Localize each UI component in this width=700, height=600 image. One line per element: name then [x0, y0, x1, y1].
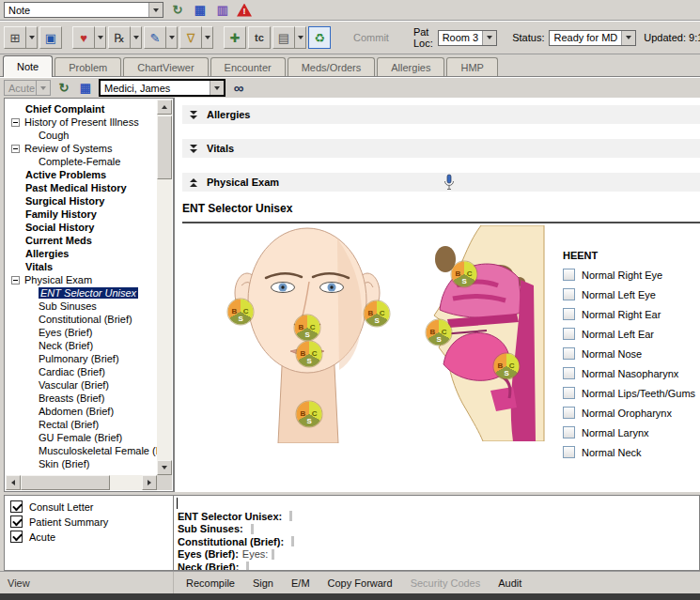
chevron-down-icon[interactable] — [36, 81, 50, 95]
field-mark[interactable] — [291, 536, 294, 546]
checkbox[interactable] — [10, 531, 23, 543]
scroll-right-icon[interactable] — [142, 475, 157, 490]
tree-item[interactable]: Past Medical History — [6, 181, 157, 194]
collapse-minus-icon[interactable] — [11, 118, 20, 127]
section-allergies[interactable]: Allergies — [182, 105, 700, 124]
marker-left-ear[interactable]: BCS — [365, 301, 390, 327]
status-combobox[interactable]: Ready for MD — [549, 30, 636, 46]
chevron-double-down-icon[interactable] — [190, 111, 197, 119]
output-check-row[interactable]: Acute — [10, 531, 173, 543]
marker-right-ear[interactable]: BCS — [228, 300, 254, 325]
action-button[interactable]: Copy Forward — [328, 577, 393, 589]
dropdown-arrow-icon[interactable] — [202, 26, 213, 49]
tree-item[interactable]: Musculoskeletal Female (Bri — [6, 444, 157, 457]
marker-nasopharynx[interactable]: BCS — [452, 262, 477, 287]
tree-item[interactable]: ENT Selector Unisex — [6, 286, 157, 300]
section-vitals[interactable]: Vitals — [182, 139, 700, 158]
microphone-icon[interactable] — [443, 174, 455, 191]
acuity-combobox[interactable]: Acute — [4, 80, 51, 96]
tab[interactable]: Meds/Orders — [288, 57, 376, 76]
marker-neck[interactable]: BCS — [297, 402, 322, 427]
checkbox[interactable] — [563, 328, 575, 340]
tree-item[interactable]: Rectal (Brief) — [6, 418, 157, 431]
tree-item[interactable]: Skin (Brief) — [6, 457, 157, 470]
checkbox[interactable] — [563, 446, 575, 458]
orders-funnel-button[interactable]: ∇ — [179, 26, 213, 49]
checkbox[interactable] — [563, 426, 575, 438]
heent-check-row[interactable]: Normal Right Ear — [563, 308, 700, 320]
book-icon[interactable]: ▥ — [214, 2, 231, 19]
chevron-down-icon[interactable] — [482, 31, 496, 45]
action-button[interactable]: Recompile — [186, 577, 235, 589]
heent-check-row[interactable]: Normal Lips/Teeth/Gums — [563, 387, 700, 399]
chevron-double-up-icon[interactable] — [190, 178, 197, 187]
tree-item[interactable]: Family History — [6, 208, 157, 221]
section-physical-exam[interactable]: Physical Exam — [182, 173, 700, 192]
tree-item[interactable]: Vascular (Brief) — [6, 378, 157, 392]
marker-nose[interactable]: BCS — [295, 315, 320, 341]
tree-item[interactable]: Pulmonary (Brief) — [6, 352, 157, 365]
tree-item[interactable]: Neck (Brief) — [6, 339, 157, 352]
tree-item[interactable]: Eyes (Brief) — [6, 326, 157, 339]
refresh-note-button[interactable]: ♻ — [308, 26, 331, 49]
tree-item[interactable]: Current Meds — [6, 234, 157, 247]
heent-check-row[interactable]: Normal Nose — [563, 347, 700, 360]
checkbox[interactable] — [563, 347, 575, 360]
action-button[interactable]: Audit — [498, 577, 521, 589]
commit-button[interactable]: Commit — [353, 32, 389, 43]
collapse-minus-icon[interactable] — [11, 145, 20, 153]
field-mark[interactable] — [251, 524, 254, 534]
tree-item[interactable]: Active Problems — [6, 168, 157, 181]
patient-combobox[interactable]: Medici, James — [99, 79, 226, 97]
tree-item[interactable]: Allergies — [6, 247, 157, 260]
tree-item[interactable]: Cough — [6, 129, 157, 142]
checkbox[interactable] — [563, 288, 575, 300]
field-mark[interactable] — [289, 511, 292, 521]
heent-check-row[interactable]: Normal Larynx — [563, 426, 700, 438]
prescription-button[interactable]: ℞ — [108, 26, 142, 49]
chevron-down-icon[interactable] — [210, 81, 224, 95]
refresh-patient-icon[interactable]: ↻ — [55, 80, 72, 97]
problem-list-button[interactable]: ✎ — [144, 26, 178, 49]
tree-item[interactable]: Breasts (Brief) — [6, 392, 157, 405]
tab[interactable]: Note — [3, 55, 53, 77]
refresh-icon[interactable]: ↻ — [169, 2, 186, 19]
heent-check-row[interactable]: Normal Neck — [563, 446, 700, 458]
tree-horizontal-scrollbar[interactable] — [6, 475, 157, 490]
collapse-minus-icon[interactable] — [11, 276, 20, 285]
patloc-combobox[interactable]: Room 3 — [438, 30, 498, 46]
view-menu[interactable]: View — [0, 572, 174, 593]
tab[interactable]: Problem — [54, 57, 121, 76]
output-check-row[interactable]: Consult Letter — [10, 500, 173, 513]
chevron-down-icon[interactable] — [148, 3, 163, 17]
scroll-up-icon[interactable] — [157, 100, 172, 115]
tree-item[interactable]: Complete-Female — [6, 155, 157, 168]
tree-item[interactable]: Cardiac (Brief) — [6, 365, 157, 378]
scrollbar-thumb[interactable] — [21, 475, 110, 490]
tree-item[interactable]: Vitals — [6, 260, 157, 273]
action-button[interactable]: Security Codes — [411, 577, 481, 589]
tab[interactable]: ChartViewer — [123, 57, 208, 76]
tree-item[interactable]: Constitutional (Brief) — [6, 313, 157, 326]
checkbox[interactable] — [10, 515, 23, 528]
copy-note-button[interactable]: ✚ — [224, 26, 246, 49]
heent-check-row[interactable]: Normal Oropharynx — [563, 407, 700, 419]
checkbox[interactable] — [10, 500, 23, 513]
dropdown-arrow-icon[interactable] — [26, 26, 38, 49]
checkbox[interactable] — [563, 308, 575, 320]
scroll-left-icon[interactable] — [6, 475, 21, 490]
note-summary-pane[interactable]: ENT Selector Unisex: Sub Sinuses: Consti… — [174, 495, 700, 571]
scrollbar-thumb[interactable] — [157, 115, 172, 179]
tree-item[interactable]: Social History — [6, 221, 157, 234]
transcription-button[interactable]: tc — [248, 26, 271, 49]
checkbox[interactable] — [563, 407, 575, 419]
tab[interactable]: Encounter — [210, 57, 286, 76]
tree-item[interactable]: Abdomen (Brief) — [6, 405, 157, 418]
marker-oropharynx[interactable]: BCS — [427, 320, 452, 346]
tree-item[interactable]: Chief Complaint — [6, 102, 157, 115]
action-button[interactable]: E/M — [291, 577, 310, 589]
dropdown-arrow-icon[interactable] — [166, 26, 178, 49]
warning-icon[interactable]: ! — [237, 4, 252, 17]
checkbox[interactable] — [563, 387, 575, 399]
field-mark[interactable] — [272, 549, 274, 560]
